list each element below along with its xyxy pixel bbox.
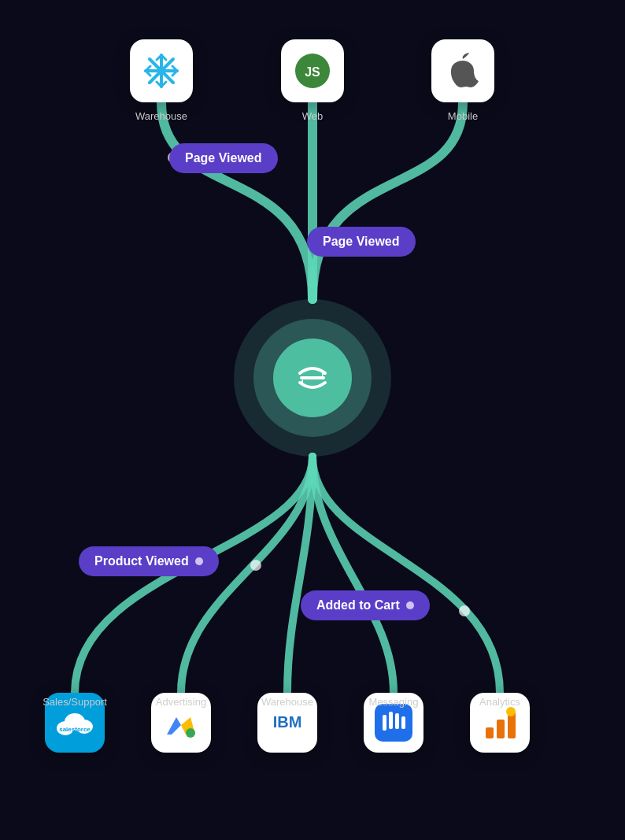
source-mobile-icon: [431, 39, 494, 102]
event-pill-product-viewed: Product Viewed: [79, 546, 219, 576]
dest-advertising-label: Advertising: [142, 696, 220, 708]
dest-messaging-label: Messaging: [354, 696, 433, 708]
event-pill-product-viewed-label: Product Viewed: [94, 554, 189, 568]
svg-point-2: [250, 560, 261, 571]
svg-text:IBM: IBM: [273, 713, 302, 731]
dest-analytics: Analytics: [470, 693, 549, 705]
event-pill-added-to-cart: Added to Cart: [301, 590, 430, 620]
svg-rect-35: [497, 720, 505, 738]
svg-point-37: [506, 707, 516, 716]
dest-advertising: Advertising: [151, 693, 230, 705]
event-pill-page-viewed-2-label: Page Viewed: [323, 235, 400, 249]
dest-salesforce: salesforce Sales/Support: [45, 693, 124, 705]
svg-rect-34: [486, 727, 494, 738]
hub-inner: [273, 339, 352, 417]
event-pill-added-to-cart-label: Added to Cart: [316, 598, 400, 612]
dest-analytics-label: Analytics: [460, 696, 539, 708]
source-web-label: Web: [273, 110, 352, 122]
product-viewed-dot: [195, 557, 203, 565]
svg-rect-33: [401, 716, 405, 729]
event-pill-page-viewed-1-label: Page Viewed: [185, 151, 262, 165]
event-pill-page-viewed-1: Page Viewed: [169, 143, 278, 173]
svg-rect-32: [395, 713, 399, 729]
svg-text:JS: JS: [305, 65, 320, 79]
dest-warehouse: IBM Warehouse: [257, 693, 336, 705]
diagram-scene: Warehouse JS Web Mobile Page Viewed Page…: [0, 0, 625, 840]
hub-mid: [253, 319, 372, 437]
svg-text:salesforce: salesforce: [59, 726, 91, 733]
svg-point-3: [459, 605, 470, 616]
svg-marker-25: [167, 717, 181, 735]
dest-salesforce-label: Sales/Support: [35, 696, 114, 708]
dest-warehouse-label: Warehouse: [248, 696, 327, 708]
svg-point-27: [186, 728, 195, 738]
svg-rect-31: [389, 712, 393, 729]
source-warehouse-icon: [130, 39, 193, 102]
source-warehouse-label: Warehouse: [122, 110, 201, 122]
dest-messaging: Messaging: [364, 693, 442, 705]
svg-rect-29: [375, 704, 412, 742]
added-to-cart-dot: [406, 601, 414, 609]
svg-rect-30: [383, 715, 386, 731]
source-mobile-label: Mobile: [423, 110, 502, 122]
source-web-icon: JS: [281, 39, 344, 102]
hub-outer: [234, 299, 391, 457]
event-pill-page-viewed-2: Page Viewed: [307, 227, 416, 257]
